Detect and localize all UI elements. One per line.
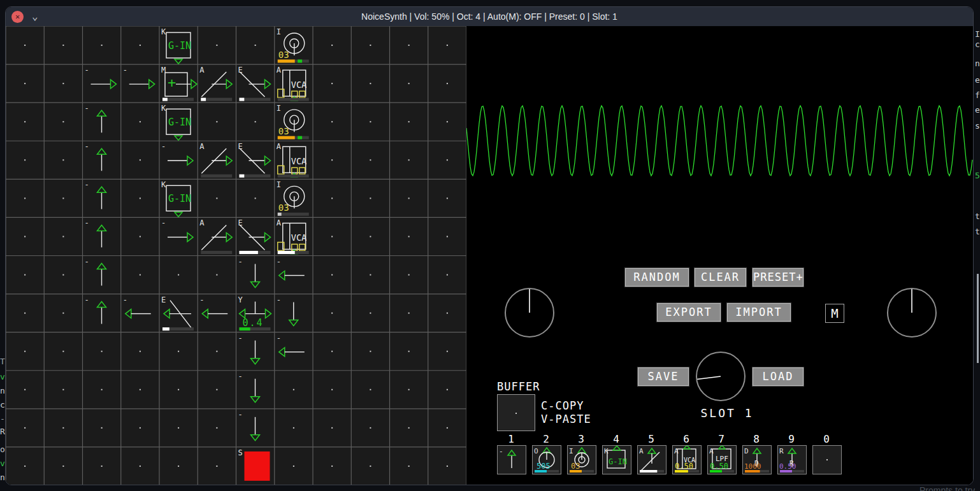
palette-item-4: 4KG-IN (602, 434, 630, 474)
svg-text:I: I (569, 447, 573, 455)
svg-text:O: O (534, 447, 538, 455)
empty-cell-dot (216, 274, 217, 276)
empty-cell-dot (331, 313, 333, 314)
empty-cell-dot (101, 389, 103, 390)
palette-module-0[interactable] (812, 445, 842, 474)
empty-cell-dot (408, 45, 410, 46)
palette-module-7[interactable]: ALPF0.50 (707, 445, 737, 474)
empty-cell-dot (331, 159, 333, 160)
background-char: n (0, 386, 5, 395)
arrow-head-icon (684, 446, 690, 449)
svg-text:-: - (85, 295, 89, 304)
patch-grid-panel[interactable]: KG-INI03--M+AEAVCA-KG-INI03--AEAVCA-KG-I… (6, 26, 466, 485)
svg-text:K: K (161, 104, 166, 113)
palette-module-1[interactable]: - (497, 445, 526, 474)
arrow-head-icon (719, 446, 725, 449)
svg-text:03: 03 (278, 50, 289, 60)
buffer-box[interactable] (497, 394, 535, 431)
palette-module-8[interactable]: DD1000 (742, 445, 772, 474)
knob-slot[interactable] (692, 348, 749, 405)
palette-module-9[interactable]: RR0.50 (777, 445, 807, 474)
svg-text:I: I (277, 180, 281, 189)
background-char: e (975, 75, 980, 85)
svg-text:-: - (85, 218, 89, 227)
mono-toggle-button[interactable]: M (825, 304, 844, 323)
svg-text:A: A (199, 66, 205, 75)
empty-cell-dot (331, 121, 333, 122)
svg-text:VCA: VCA (291, 80, 306, 90)
palette-module-5[interactable]: A (637, 445, 667, 474)
empty-cell-dot (101, 427, 103, 429)
empty-cell-dot (408, 197, 410, 199)
svg-text:-: - (161, 218, 166, 227)
save-button[interactable]: SAVE (638, 367, 689, 386)
background-char: c (0, 400, 5, 409)
palette-module-3[interactable]: I03 (567, 445, 596, 474)
random-button[interactable]: RANDOM (625, 268, 689, 287)
empty-cell-dot (447, 466, 448, 467)
empty-cell-dot (408, 313, 410, 314)
svg-text:-: - (85, 142, 89, 151)
palette-key-label: 5 (637, 434, 665, 445)
empty-cell-dot (216, 197, 217, 199)
background-char: t (975, 227, 980, 236)
empty-cell-dot (24, 197, 25, 199)
empty-cell-dot (370, 274, 371, 276)
empty-cell-dot (331, 45, 333, 46)
slot-label: SLOT 1 (692, 406, 762, 420)
empty-cell-dot (216, 466, 217, 467)
background-char: o (0, 445, 5, 454)
empty-cell-dot (24, 45, 25, 46)
empty-cell-dot (216, 389, 217, 390)
patch-grid[interactable]: KG-INI03--M+AEAVCA-KG-INI03--AEAVCA-KG-I… (6, 26, 466, 485)
svg-text:K: K (161, 27, 166, 36)
palette-module-4[interactable]: KG-IN (602, 445, 631, 474)
module-palette: 1-2O5053I034KG-IN5A6AVCA0.507ALPF0.508DD… (497, 434, 840, 474)
empty-cell-dot (140, 351, 141, 352)
background-char: I (975, 29, 980, 39)
background-char: R (0, 427, 5, 436)
palette-key-label: 1 (497, 434, 525, 445)
knob-right[interactable] (883, 284, 940, 341)
svg-text:-: - (85, 257, 89, 266)
background-scrollbar (977, 274, 979, 363)
svg-text:A: A (277, 142, 282, 151)
svg-text:K: K (604, 447, 609, 455)
close-button[interactable]: ✕ (11, 11, 24, 23)
svg-text:-: - (238, 257, 243, 266)
import-button[interactable]: IMPORT (727, 303, 791, 322)
empty-cell-dot (370, 466, 371, 467)
empty-cell-dot (447, 427, 448, 429)
svg-text:S: S (238, 448, 243, 457)
empty-cell-dot (62, 466, 64, 467)
desktop-background: TPvnc-Rovn Iconefes5tt Prompts to try ✕ … (0, 0, 980, 491)
palette-key-label: 8 (742, 434, 770, 445)
svg-text:+: + (168, 75, 176, 90)
preset-plus-button[interactable]: PRESET+ (753, 268, 803, 287)
palette-key-label: 4 (602, 434, 630, 445)
export-button[interactable]: EXPORT (657, 303, 721, 322)
empty-cell-dot (447, 389, 448, 390)
empty-cell-dot (178, 389, 179, 390)
svg-text:R: R (779, 447, 784, 455)
background-char: v (0, 459, 5, 468)
empty-cell-dot (408, 466, 410, 467)
empty-cell-dot (331, 236, 333, 237)
clear-button[interactable]: CLEAR (695, 268, 746, 287)
empty-cell-dot (140, 197, 141, 199)
svg-text:A: A (199, 218, 205, 227)
knob-left[interactable] (501, 284, 558, 341)
empty-cell-dot (24, 83, 25, 84)
palette-key-label: 7 (707, 434, 735, 445)
palette-module-2[interactable]: O505 (532, 445, 561, 474)
empty-cell-dot (331, 427, 333, 429)
chevron-down-icon[interactable]: ⌄ (32, 14, 38, 19)
palette-module-6[interactable]: AVCA0.50 (672, 445, 702, 474)
background-char: t (975, 211, 980, 221)
background-char: n (975, 59, 980, 68)
load-button[interactable]: LOAD (753, 367, 803, 386)
empty-cell-dot (62, 351, 64, 352)
empty-cell-dot (370, 121, 371, 122)
empty-cell-dot (447, 313, 448, 314)
empty-cell-dot (216, 427, 217, 429)
